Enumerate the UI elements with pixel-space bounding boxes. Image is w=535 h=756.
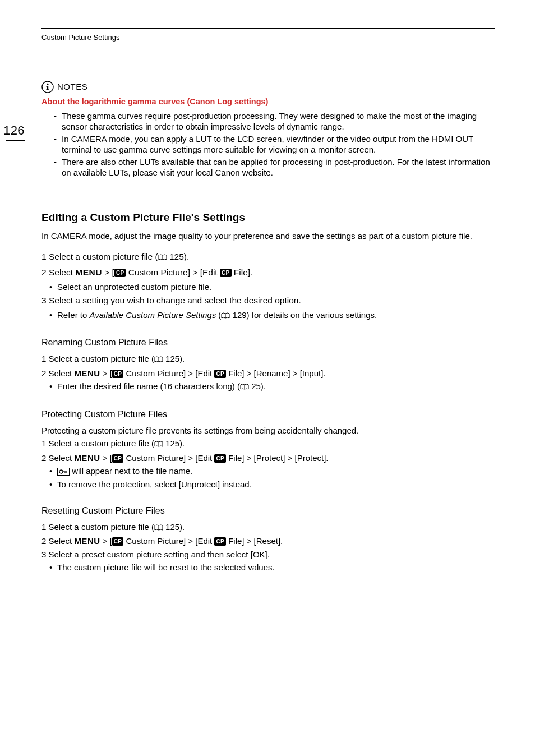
step-text: 2 Select	[41, 268, 75, 277]
sub-text: Select an unprotected custom picture fil…	[57, 282, 495, 293]
resetting-step-2: 2 Select MENU > [CP Custom Picture] > [E…	[41, 536, 495, 547]
info-icon	[41, 81, 54, 93]
cp-icon: CP	[214, 370, 226, 378]
t: 125).	[163, 522, 185, 532]
section-heading-renaming: Renaming Custom Picture Files	[41, 337, 495, 349]
menu-label: MENU	[75, 268, 102, 277]
notes-item-text: These gamma curves require post-producti…	[62, 110, 495, 132]
editing-intro: In CAMERA mode, adjust the image quality…	[41, 231, 495, 242]
dash-icon: -	[54, 156, 62, 178]
bullet-icon: •	[49, 562, 57, 573]
dash-icon: -	[54, 110, 62, 132]
cp-icon: CP	[220, 269, 232, 277]
t: Custom Picture] > [Edit	[123, 453, 214, 463]
sub-text: The custom picture file will be reset to…	[57, 562, 495, 573]
step-text: 125).	[167, 252, 190, 261]
t: > [	[100, 453, 112, 463]
t: 2 Select	[41, 536, 74, 546]
notes-item: - In CAMERA mode, you can apply a LUT to…	[54, 133, 495, 155]
t: > [	[100, 368, 112, 378]
step-text: Custom Picture] > [Edit	[126, 268, 220, 277]
svg-rect-3	[46, 86, 48, 87]
t: > [	[100, 536, 112, 546]
resetting-step-3-sub: • The custom picture file will be reset …	[49, 562, 495, 573]
menu-label: MENU	[74, 536, 100, 546]
resetting-step-1: 1 Select a custom picture file ( 125).	[41, 522, 495, 534]
t: 2 Select	[41, 453, 74, 463]
t: Custom Picture] > [Edit	[123, 536, 214, 546]
step-text: File].	[232, 268, 253, 277]
notes-list: - These gamma curves require post-produc…	[54, 110, 495, 178]
book-icon	[154, 354, 163, 366]
notes-item-text: In CAMERA mode, you can apply a LUT to t…	[62, 133, 495, 155]
svg-rect-4	[46, 89, 49, 90]
editing-step-2: 2 Select MENU > [CP Custom Picture] > [E…	[41, 267, 495, 278]
t: Custom Picture] > [Edit	[123, 368, 214, 378]
t: 125).	[163, 354, 185, 363]
page-body: Custom Picture Settings NOTES About the …	[0, 0, 535, 603]
sub-text: will appear next to the file name.	[57, 465, 495, 477]
t: Refer to	[57, 310, 90, 320]
page-number: 126	[0, 123, 28, 138]
sub-text: Refer to Available Custom Picture Settin…	[57, 310, 495, 322]
book-icon	[221, 311, 230, 322]
t: 125).	[163, 439, 185, 448]
step-text: > [	[102, 268, 114, 277]
section-heading-editing: Editing a Custom Picture File's Settings	[41, 211, 495, 225]
editing-step-2-sub: • Select an unprotected custom picture f…	[49, 282, 495, 293]
menu-label: MENU	[74, 453, 100, 463]
dash-icon: -	[54, 133, 62, 155]
t: 2 Select	[41, 368, 74, 378]
notes-item: - There are also other LUTs available th…	[54, 156, 495, 178]
editing-step-1: 1 Select a custom picture file ( 125).	[41, 251, 495, 264]
t: 1 Select a custom picture file (	[41, 439, 154, 448]
running-header: Custom Picture Settings	[41, 33, 495, 42]
book-icon	[240, 382, 249, 393]
bullet-icon: •	[49, 381, 57, 393]
t: File] > [Rename] > [Input].	[226, 368, 326, 378]
protecting-step-2-sub2: • To remove the protection, select [Unpr…	[49, 479, 495, 490]
notes-item: - These gamma curves require post-produc…	[54, 110, 495, 132]
protecting-step-1: 1 Select a custom picture file ( 125).	[41, 438, 495, 450]
notes-label: NOTES	[57, 81, 87, 93]
resetting-step-3: 3 Select a preset custom picture setting…	[41, 549, 495, 560]
book-icon	[158, 252, 167, 264]
protecting-step-2-sub1: • will appear next to the file name.	[49, 465, 495, 477]
renaming-step-2: 2 Select MENU > [CP Custom Picture] > [E…	[41, 368, 495, 379]
bullet-icon: •	[49, 282, 57, 293]
cp-icon: CP	[112, 537, 124, 546]
t: 1 Select a custom picture file (	[41, 354, 154, 363]
section-heading-resetting: Resetting Custom Picture Files	[41, 505, 495, 517]
sub-text: To remove the protection, select [Unprot…	[57, 479, 495, 490]
section-heading-protecting: Protecting Custom Picture Files	[41, 409, 495, 421]
bullet-icon: •	[49, 465, 57, 477]
renaming-step-2-sub: • Enter the desired file name (16 charac…	[49, 381, 495, 393]
editing-step-3: 3 Select a setting you wish to change an…	[41, 295, 495, 306]
notes-item-text: There are also other LUTs available that…	[62, 156, 495, 178]
notes-row: NOTES	[41, 81, 495, 93]
svg-point-10	[59, 470, 63, 473]
t: 1 Select a custom picture file (	[41, 522, 154, 532]
t: Enter the desired file name (16 characte…	[57, 381, 240, 391]
bullet-icon: •	[49, 479, 57, 490]
renaming-step-1: 1 Select a custom picture file ( 125).	[41, 353, 495, 366]
t: will appear next to the file name.	[70, 466, 192, 476]
cp-icon: CP	[214, 537, 226, 546]
t: 25).	[249, 381, 266, 391]
svg-point-1	[47, 84, 49, 85]
t: File] > [Protect] > [Protect].	[226, 453, 329, 463]
editing-step-3-sub: • Refer to Available Custom Picture Sett…	[49, 310, 495, 322]
page-number-rule	[6, 140, 25, 141]
cp-icon: CP	[214, 454, 226, 463]
menu-label: MENU	[74, 368, 100, 378]
book-icon	[154, 523, 163, 534]
top-rule	[41, 28, 495, 29]
cp-icon: CP	[112, 454, 124, 463]
t: File] > [Reset].	[226, 536, 283, 546]
sub-text: Enter the desired file name (16 characte…	[57, 381, 495, 393]
content: NOTES About the logarithmic gamma curves…	[41, 81, 495, 573]
notes-heading: About the logarithmic gamma curves (Cano…	[41, 96, 495, 107]
t: 129) for details on the various settings…	[230, 310, 377, 320]
t: (	[216, 310, 221, 320]
protecting-step-2: 2 Select MENU > [CP Custom Picture] > [E…	[41, 453, 495, 464]
